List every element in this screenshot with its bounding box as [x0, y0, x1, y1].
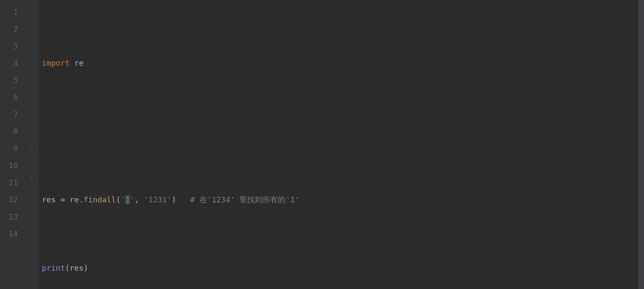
identifier: res	[42, 195, 60, 204]
line-number: 8	[0, 123, 18, 140]
line-number: 9	[0, 140, 18, 157]
line-number: 14	[0, 225, 18, 242]
paren-close: )	[172, 195, 176, 204]
comma: ,	[135, 195, 144, 204]
line-number-gutter: 1 2 3 4 5 6 7 8 9 10 11 12 13 14	[0, 0, 26, 289]
identifier: res	[70, 263, 84, 272]
line-number: 2	[0, 20, 18, 38]
line-number: 12	[0, 191, 18, 208]
fold-indicator-icon[interactable]: ⌄	[28, 142, 34, 148]
operator: =	[60, 195, 65, 204]
code-editor[interactable]: 1 2 3 4 5 6 7 8 9 10 11 12 13 14 ⌄ ⌃ imp…	[0, 0, 644, 289]
paren-open: (	[116, 195, 121, 204]
line-number: 6	[0, 89, 18, 106]
module-name: re	[74, 58, 84, 67]
code-area[interactable]: import re res = re.findall('1', '1231') …	[38, 0, 644, 289]
line-number: 7	[0, 106, 18, 123]
string-literal: '1231'	[144, 195, 171, 204]
fold-column: ⌄ ⌃	[26, 0, 38, 289]
string-highlight: 1	[125, 195, 130, 204]
line-number: 1	[0, 3, 18, 20]
whitespace	[70, 58, 74, 67]
code-line[interactable]: print(res)	[42, 260, 644, 277]
vertical-scrollbar[interactable]	[638, 0, 644, 289]
fold-indicator-icon[interactable]: ⌃	[28, 176, 34, 182]
line-number: 3	[0, 38, 18, 55]
line-number: 4	[0, 55, 18, 72]
function-name: findall	[84, 195, 116, 204]
string-quote: '	[130, 195, 135, 204]
string-quote: '	[121, 195, 125, 204]
whitespace	[176, 195, 190, 204]
qualifier: re.	[65, 195, 83, 204]
code-line[interactable]: import re	[42, 55, 644, 72]
code-line[interactable]: res = re.findall('1', '1231') # 在'1234' …	[42, 191, 644, 208]
line-number: 10	[0, 157, 18, 174]
comment: # 在'1234' 里找到所有的'1'	[190, 195, 300, 204]
line-number: 11	[0, 174, 18, 191]
paren-open: (	[65, 263, 70, 272]
line-number: 5	[0, 72, 18, 89]
paren-close: )	[84, 263, 88, 272]
builtin-function: print	[42, 263, 65, 272]
code-line[interactable]	[42, 123, 644, 140]
keyword-import: import	[42, 58, 70, 67]
line-number: 13	[0, 208, 18, 225]
